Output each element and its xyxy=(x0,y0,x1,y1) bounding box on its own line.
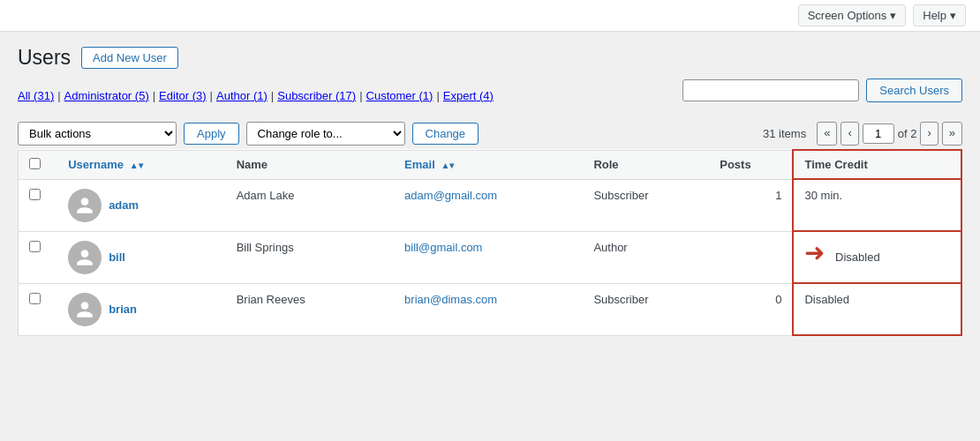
pagination: 31 items « ‹ of 2 › » xyxy=(763,122,962,145)
apply-button[interactable]: Apply xyxy=(184,123,239,145)
email-cell: adam@gmail.com xyxy=(394,179,583,231)
role-cell: Subscriber xyxy=(583,179,709,231)
filter-links: All (31) | Administrator (5) | Editor (3… xyxy=(18,89,494,102)
time-credit-column-header: Time Credit xyxy=(793,150,961,179)
search-users-button[interactable]: Search Users xyxy=(866,78,962,102)
search-input[interactable] xyxy=(682,79,859,101)
email-link[interactable]: brian@dimas.com xyxy=(404,293,497,306)
select-all-checkbox[interactable] xyxy=(29,158,41,169)
select-all-header xyxy=(19,150,58,179)
avatar xyxy=(68,293,102,326)
current-page-input[interactable] xyxy=(863,123,894,144)
name-column-header: Name xyxy=(226,150,394,179)
first-page-button[interactable]: « xyxy=(817,122,837,145)
table-row: brian Brian Reeves brian@dimas.com Subsc… xyxy=(19,283,962,335)
name-cell: Brian Reeves xyxy=(226,283,394,335)
page-header: Users Add New User xyxy=(18,46,962,70)
time-credit-cell: Disabled xyxy=(793,283,961,335)
filter-administrator[interactable]: Administrator (5) xyxy=(64,89,149,102)
screen-options-label: Screen Options xyxy=(808,9,887,22)
chevron-down-icon: ▾ xyxy=(890,9,896,22)
sort-arrow-icon: ▲▾ xyxy=(441,161,454,170)
help-label: Help xyxy=(923,9,946,22)
time-credit-cell: ➜ Disabled xyxy=(793,231,961,283)
chevron-down-icon: ▾ xyxy=(950,9,956,22)
row-checkbox[interactable] xyxy=(29,241,41,252)
add-new-user-button[interactable]: Add New User xyxy=(81,47,178,69)
name-cell: Adam Lake xyxy=(226,179,394,231)
help-button[interactable]: Help ▾ xyxy=(913,4,966,26)
posts-cell: 1 xyxy=(709,179,793,231)
email-link[interactable]: bill@gmail.com xyxy=(404,241,482,254)
row-checkbox-cell xyxy=(19,283,58,335)
email-column-header[interactable]: Email ▲▾ xyxy=(394,150,583,179)
filter-author[interactable]: Author (1) xyxy=(216,89,268,102)
username-column-header[interactable]: Username ▲▾ xyxy=(57,150,225,179)
row-checkbox[interactable] xyxy=(29,189,41,200)
avatar xyxy=(68,241,102,274)
row-checkbox-cell xyxy=(19,179,58,231)
page-content: Users Add New User All (31) | Administra… xyxy=(0,32,980,350)
row-checkbox[interactable] xyxy=(29,293,41,304)
username-link[interactable]: adam xyxy=(109,198,139,212)
role-cell: Author xyxy=(583,231,709,283)
items-count: 31 items xyxy=(763,127,806,140)
posts-cell: 0 xyxy=(709,283,793,335)
username-cell: adam xyxy=(57,179,225,231)
change-role-select[interactable]: Change role to... Subscriber Author Edit… xyxy=(246,122,405,146)
filter-subscriber[interactable]: Subscriber (17) xyxy=(277,89,356,102)
posts-column-header: Posts xyxy=(709,150,793,179)
filter-search-wrapper: All (31) | Administrator (5) | Editor (3… xyxy=(18,78,962,113)
username-cell: bill xyxy=(57,231,225,283)
arrow-right-icon: ➜ xyxy=(804,241,825,265)
avatar xyxy=(68,189,102,222)
screen-options-button[interactable]: Screen Options ▾ xyxy=(798,4,907,26)
posts-cell xyxy=(709,231,793,283)
filter-expert[interactable]: Expert (4) xyxy=(443,89,494,102)
filter-all[interactable]: All (31) xyxy=(18,89,54,102)
next-page-button[interactable]: › xyxy=(920,122,938,145)
actions-row: Bulk actions Delete Apply Change role to… xyxy=(18,122,962,146)
username-link[interactable]: brian xyxy=(109,303,137,316)
email-link[interactable]: adam@gmail.com xyxy=(404,189,497,202)
change-button[interactable]: Change xyxy=(412,123,479,145)
search-row: Search Users xyxy=(682,78,962,102)
sort-arrow-icon: ▲▾ xyxy=(130,161,143,170)
role-cell: Subscriber xyxy=(583,283,709,335)
last-page-button[interactable]: » xyxy=(942,122,962,145)
users-table: Username ▲▾ Name Email ▲▾ Role Posts Tim xyxy=(18,149,962,336)
row-checkbox-cell xyxy=(19,231,58,283)
table-row: bill Bill Springs bill@gmail.com Author … xyxy=(19,231,962,283)
username-cell: brian xyxy=(57,283,225,335)
time-credit-cell: 30 min. xyxy=(793,179,961,231)
email-cell: brian@dimas.com xyxy=(394,283,583,335)
filter-editor[interactable]: Editor (3) xyxy=(159,89,207,102)
page-of-text: of 2 xyxy=(898,127,917,140)
top-bar: Screen Options ▾ Help ▾ xyxy=(0,0,980,32)
role-column-header: Role xyxy=(583,150,709,179)
prev-page-button[interactable]: ‹ xyxy=(841,122,858,145)
filter-customer[interactable]: Customer (1) xyxy=(366,89,433,102)
name-cell: Bill Springs xyxy=(226,231,394,283)
table-row: adam Adam Lake adam@gmail.com Subscriber… xyxy=(19,179,962,231)
username-link[interactable]: bill xyxy=(109,250,125,264)
page-title: Users xyxy=(18,46,71,70)
table-header-row: Username ▲▾ Name Email ▲▾ Role Posts Tim xyxy=(19,150,962,179)
email-cell: bill@gmail.com xyxy=(394,231,583,283)
bulk-actions-select[interactable]: Bulk actions Delete xyxy=(18,122,177,146)
